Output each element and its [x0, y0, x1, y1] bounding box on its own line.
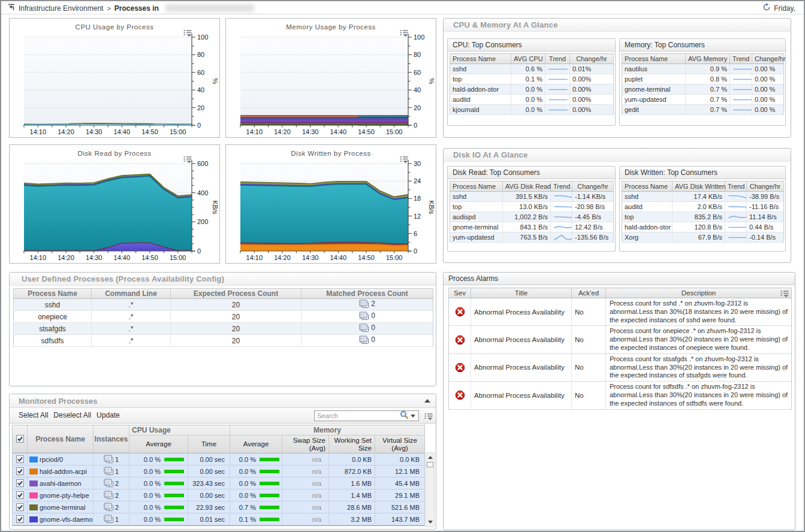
table-row[interactable]: yum-updatesd763.5 B/s-135.56 B/s — [450, 232, 614, 243]
col-header-process-name[interactable]: Process Name — [14, 289, 92, 299]
col-header-memory-average[interactable]: Average — [230, 436, 282, 453]
toolbar-action-deselect-all[interactable]: Deselect All — [53, 411, 91, 419]
col-header-swap-size[interactable]: Swap Size (Avg) — [282, 436, 329, 453]
group-header-cpu-usage[interactable]: CPU Usage — [129, 425, 230, 436]
table-menu-icon[interactable] — [424, 412, 433, 423]
group-header-memory[interactable]: Memory — [230, 425, 424, 436]
col-header-trend[interactable]: Trend — [730, 54, 752, 64]
col-header-working-set-size[interactable]: Working Set Size — [329, 436, 375, 453]
table-row[interactable]: top835.2 B/s11.14 B/s — [622, 212, 784, 222]
process-row[interactable]: rpciod/010.0 %0.00 sec0.0 %n/a0.0 KB0.0 … — [13, 454, 424, 466]
process-report-icon[interactable] — [359, 335, 369, 344]
table-row[interactable]: hald-addon-stor0.0 %0.00% — [450, 84, 614, 95]
vertical-scrollbar[interactable] — [426, 452, 435, 527]
row-checkbox[interactable] — [16, 491, 24, 499]
col-header-process-name[interactable]: Process Name — [28, 425, 94, 453]
checkbox-column-header[interactable] — [13, 425, 28, 453]
toolbar-action-update[interactable]: Update — [97, 411, 120, 419]
table-row[interactable]: auditd0.0 %0.00% — [450, 95, 614, 105]
table-row[interactable]: sshd.*202 — [14, 299, 433, 311]
search-options-dropdown-icon[interactable] — [411, 415, 415, 418]
col-header-change[interactable]: Change/hr — [570, 54, 614, 64]
table-row[interactable]: sshd0.6 %0.01% — [450, 64, 614, 74]
breadcrumb-parent-link[interactable]: Infrastructure Environment — [19, 4, 103, 13]
table-row[interactable]: stsafgds.*200 — [14, 323, 433, 335]
select-all-checkbox[interactable] — [16, 435, 24, 443]
table-row[interactable]: puplet0.8 %0.00 % — [622, 74, 784, 84]
table-row[interactable]: hald-addon-stor120.8 B/s0.44 B/s — [622, 222, 784, 232]
table-row[interactable]: gedit0.7 %0.00 % — [622, 105, 784, 115]
chart-menu-icon[interactable] — [400, 155, 408, 166]
collapse-panel-icon[interactable] — [424, 399, 430, 403]
table-row[interactable]: sshd17.4 KB/s-38.99 B/s — [622, 192, 784, 202]
row-checkbox[interactable] — [16, 479, 24, 487]
alarms-table-menu-icon[interactable] — [780, 290, 789, 299]
col-header-cpu-average[interactable]: Average — [129, 436, 188, 453]
col-header-command-line[interactable]: Command Line — [92, 289, 171, 299]
table-row[interactable]: yum-updatesd0.7 %0.00 % — [622, 95, 784, 105]
chart-menu-icon[interactable] — [183, 29, 192, 40]
alarm-row[interactable]: Abnormal Process AvailabilityNoProcess c… — [449, 298, 792, 326]
col-header-acked[interactable]: Ack'ed — [572, 288, 606, 298]
table-row[interactable]: gnome-terminal0.7 %0.00 % — [622, 84, 784, 95]
col-header-avg[interactable]: AVG Memory — [686, 54, 730, 64]
process-report-icon[interactable] — [359, 324, 369, 332]
row-checkbox[interactable] — [16, 467, 24, 475]
process-row[interactable]: gnome-vfs-daemo10.0 %0.01 sec0.1 %n/a3.2… — [13, 513, 424, 525]
chart-menu-icon[interactable] — [400, 29, 408, 40]
table-row[interactable]: gnome-terminal843.1 B/s12.42 B/s — [450, 222, 614, 232]
row-checkbox[interactable] — [16, 503, 24, 511]
alarm-row[interactable]: Abnormal Process AvailabilityNoProcess c… — [449, 326, 792, 353]
col-header-sev[interactable]: Sev — [449, 288, 471, 298]
alarm-row[interactable]: Abnormal Process AvailabilityNoProcess c… — [449, 382, 792, 409]
table-row[interactable]: top0.1 %0.00% — [450, 74, 614, 84]
col-header-trend[interactable]: Trend — [545, 54, 570, 64]
search-input[interactable] — [315, 412, 400, 419]
col-header-expected-process-count[interactable]: Expected Process Count — [171, 289, 302, 299]
process-row[interactable]: gnome-terminal20.0 %22.93 sec0.7 %n/a28.… — [13, 501, 424, 513]
row-checkbox[interactable] — [16, 515, 24, 523]
col-header-title[interactable]: Title — [471, 288, 572, 298]
table-row[interactable]: auditd2.0 KB/s-11.16 B/s — [622, 202, 784, 212]
col-header-process-name[interactable]: Process Name — [622, 182, 673, 192]
chart-menu-icon[interactable] — [183, 155, 192, 166]
refresh-icon[interactable] — [762, 3, 771, 13]
col-header-virtual-size[interactable]: Virtual Size (Avg) — [375, 436, 424, 453]
col-header-change[interactable]: Change/hr — [747, 182, 784, 192]
col-header-trend[interactable]: Trend — [551, 182, 572, 192]
process-row[interactable]: hald-addon-acpi10.0 %0.00 sec0.0 %n/a872… — [13, 466, 424, 477]
table-row[interactable]: kjournald0.0 %0.00% — [450, 105, 614, 115]
toolbar-action-select-all[interactable]: Select All — [19, 411, 48, 419]
col-header-matched-process-count[interactable]: Matched Process Count — [302, 289, 433, 299]
col-header-process-name[interactable]: Process Name — [450, 54, 511, 64]
table-row[interactable]: nautilus0.9 %0.00 % — [622, 64, 784, 74]
search-icon[interactable] — [400, 410, 409, 422]
col-header-trend[interactable]: Trend — [725, 182, 747, 192]
col-header-avg[interactable]: AVG Disk Read — [503, 182, 551, 192]
process-row[interactable]: avahi-daemon20.0 %323.43 sec0.0 %n/a1.6 … — [13, 477, 424, 489]
row-checkbox[interactable] — [16, 455, 24, 463]
scroll-down-button[interactable] — [426, 518, 434, 527]
col-header-avg[interactable]: AVG CPU — [511, 54, 545, 64]
col-header-description[interactable]: Description — [606, 288, 792, 298]
scroll-thumb[interactable] — [427, 462, 433, 467]
col-header-avg[interactable]: AVG Disk Written — [673, 182, 725, 192]
alarm-row[interactable]: Abnormal Process AvailabilityNoProcess c… — [449, 353, 792, 381]
navigate-up-icon[interactable] — [7, 3, 16, 13]
table-row[interactable]: audispd1,002.2 B/s-4.45 B/s — [450, 212, 614, 222]
table-row[interactable]: onepiece.*200 — [14, 311, 433, 323]
table-row[interactable]: sdfsdfs.*200 — [14, 335, 433, 347]
table-row[interactable]: sshd391.5 KB/s-1.14 KB/s — [450, 192, 614, 202]
col-header-cpu-time[interactable]: Time — [188, 436, 230, 453]
col-header-process-name[interactable]: Process Name — [622, 54, 686, 64]
process-report-icon[interactable] — [359, 312, 369, 321]
table-row[interactable]: top13.0 KB/s-20.98 B/s — [450, 202, 614, 212]
process-row[interactable]: gnome-pty-helpe20.0 %0.00 sec0.0 %n/a1.4… — [13, 489, 424, 501]
scroll-up-button[interactable] — [426, 453, 434, 462]
table-row[interactable]: Xorg67.9 B/s-0.14 B/s — [622, 232, 784, 243]
col-header-process-name[interactable]: Process Name — [450, 182, 503, 192]
process-report-icon[interactable] — [359, 300, 369, 309]
col-header-instances[interactable]: Instances — [94, 425, 129, 453]
col-header-change[interactable]: Change/hr — [572, 182, 614, 192]
col-header-change[interactable]: Change/hr — [752, 54, 784, 64]
